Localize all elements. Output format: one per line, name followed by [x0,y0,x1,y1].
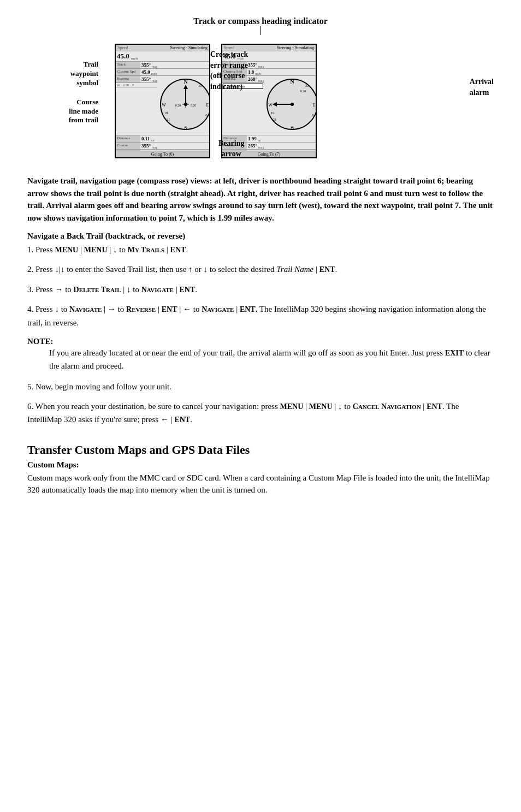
diagram-title: Track or compass heading indicator [193,16,328,26]
left-dist-unit: mi [151,139,154,142]
step2-or: or [193,265,204,274]
svg-text:19: 19 [164,111,169,115]
navigate-back-section: Navigate a Back Trail (backtrack, or rev… [27,232,494,426]
step3-to: to [63,285,73,294]
step2-pipe: | [313,265,319,274]
step1-menu2: MENU [84,246,108,254]
page-content: Track or compass heading indicator Trail… [27,16,494,496]
left-dist-val: 0.11 [140,135,151,142]
step4-down: ↓ [55,305,59,313]
arrival-alarm-annotation: Arrivalalarm [470,76,494,98]
step6-down: ↓ [338,402,342,411]
svg-text:0.20: 0.20 [175,104,181,107]
step6-pipe3: | [421,402,427,411]
step2-arrows: ↓|↓ [55,265,64,274]
svg-text:33: 33 [305,84,310,88]
transfer-title: Transfer Custom Maps and GPS Data Files [27,443,494,457]
step1-menu1: MENU [55,246,78,254]
right-bearing-unit: mag [258,79,264,82]
step-4: 4. Press ↓ to NAVIGATE | → to REVERSE | … [27,303,494,329]
svg-text:0.20: 0.20 [191,104,197,107]
left-bearing-label: Bearing [116,76,140,82]
left-track-row: Track 355° mag [116,62,209,69]
step6-prefix: 6. When you reach your destination, be s… [27,402,280,411]
step4-right: → [108,305,116,313]
left-closing-label: Closing Spd [116,69,140,75]
svg-text:N: N [184,79,188,85]
svg-text:19: 19 [271,111,275,115]
step1-pipe1: | [78,245,84,254]
left-track-unit: mag [152,65,157,68]
step6-left: ← [161,415,169,424]
step3-down: ↓ [127,285,131,294]
right-compass-svg: N E W S 33 3 6 12 21 19 [265,77,317,132]
step4-prefix: 4. Press [27,305,55,313]
step4-pipe2: | [156,305,162,313]
step6-ent: ENT [427,402,442,411]
step1-my-trails: MY TRAILS [128,246,164,254]
step2-trail-name: Trail Name [276,265,313,274]
step4-pipe3: | [177,305,183,313]
diagram-section: Track or compass heading indicator Trail… [27,16,494,169]
step1-pipe2: | [108,245,114,254]
svg-text:12: 12 [184,126,188,131]
step4-reverse: REVERSE [126,305,156,313]
left-bearing-val: 355° [140,76,152,82]
left-speed-label: Speed [117,45,128,50]
note-body: If you are already located at or near th… [27,346,494,372]
left-mode: Steering - Simulating [170,45,208,50]
left-course-row: Course 355° mag [116,143,209,150]
svg-text:3: 3 [206,89,208,93]
step1-ent: ENT [170,246,186,254]
left-closing-unit: mph [151,72,157,75]
svg-text:6: 6 [206,113,208,117]
left-course-val: 355° [140,143,152,149]
step4-navigate2: NAVIGATE [202,305,234,313]
right-course-unit: mag [258,146,264,149]
step4-navigate: NAVIGATE [69,305,102,313]
svg-text:W: W [269,103,273,108]
step3-arrow: → [55,285,63,294]
svg-text:W: W [162,103,167,108]
left-track-label: Track [116,62,140,68]
step4-to2: to [116,305,126,313]
left-compass: N E W S 33 3 6 12 21 19 [157,76,210,135]
left-speed-val: 45.0 [116,51,131,61]
step6-menu1: MENU [280,402,304,411]
note-section: NOTE: If you are already located at or n… [27,337,494,372]
step3-prefix: 3. Press [27,285,55,294]
step4-left: ← [183,305,191,313]
svg-text:33: 33 [199,84,203,88]
step1-period: . [186,245,188,254]
right-track-val: 355° [247,62,258,68]
step1-prefix: 1. Press [27,245,55,254]
step4-ent1: ENT [162,305,177,313]
svg-text:0.20: 0.20 [300,90,306,93]
left-track-val: 355° [140,62,152,68]
step4-ent2: ENT [240,305,256,313]
step3-ent: ENT [179,286,195,294]
svg-text:3: 3 [312,89,315,93]
svg-text:E: E [206,103,209,108]
left-screen-header: Speed Steering - Simulating [116,45,209,51]
left-compass-svg: N E W S 33 3 6 12 21 19 [158,77,210,132]
step2-ent: ENT [319,265,335,274]
left-closing-row: Closing Spd 45.0 mph [116,69,209,76]
custom-maps-subtitle: Custom Maps: [27,460,494,470]
right-compass: N E W S 33 3 6 12 21 19 [264,76,317,135]
note-exit: EXIT [445,349,464,357]
step1-down-arrow: ↓ [113,245,117,254]
svg-text:E: E [313,103,316,108]
step6-pipe4: | [169,415,175,424]
note-title: NOTE: [27,337,494,346]
left-speed-unit: mph [131,56,138,61]
left-speed-row: 45.0 mph [116,51,209,62]
step2-prefix: 2. Press [27,265,55,274]
left-bearing-unit: mag [152,79,157,82]
step2-mid2: to select the desired [208,265,276,274]
step3-pipe: | [121,285,127,294]
body-paragraph-1: Navigate trail, navigation page (compass… [27,175,494,224]
left-dist-label: Distance [116,135,140,142]
step3-navigate: NAVIGATE [141,286,174,294]
right-dist-unit: mi [258,139,261,142]
